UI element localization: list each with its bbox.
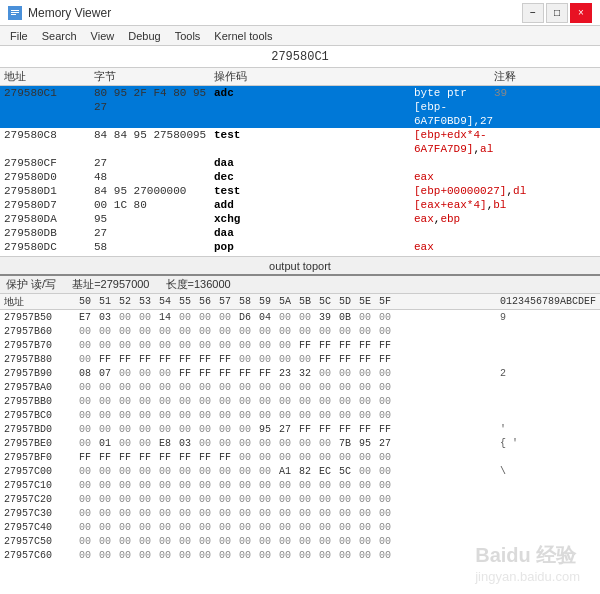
- row-bytes: 84 84 95 27580095: [94, 128, 214, 156]
- hex-byte-11-5: 00: [176, 466, 194, 477]
- col-op: 操作码: [214, 69, 414, 84]
- menu-item-file[interactable]: File: [4, 29, 34, 43]
- hex-byte-4-1: 07: [96, 368, 114, 379]
- maximize-button[interactable]: □: [546, 3, 568, 23]
- hex-byte-4-8: FF: [236, 368, 254, 379]
- hex-byte-3-6: FF: [196, 354, 214, 365]
- disasm-row[interactable]: 279580DA 95 xchg eax,ebp: [0, 212, 600, 226]
- hex-byte-15-2: 00: [116, 522, 134, 533]
- hex-row[interactable]: 27957B8000FFFFFFFFFFFFFF00000000FFFFFFFF: [0, 352, 600, 366]
- disasm-row[interactable]: 279580DB 27 daa: [0, 226, 600, 240]
- hex-row[interactable]: 27957C4000000000000000000000000000000000: [0, 520, 600, 534]
- hex-byte-6-5: 00: [176, 396, 194, 407]
- hex-byte-15-10: 00: [276, 522, 294, 533]
- hex-row[interactable]: 27957C3000000000000000000000000000000000: [0, 506, 600, 520]
- hex-byte-12-7: 00: [216, 480, 234, 491]
- hex-byte-3-11: 00: [296, 354, 314, 365]
- hex-row[interactable]: 27957C1000000000000000000000000000000000: [0, 478, 600, 492]
- hex-byte-14-0: 00: [76, 508, 94, 519]
- hex-byte-0-15: 00: [376, 312, 394, 323]
- hex-byte-13-8: 00: [236, 494, 254, 505]
- hex-byte-11-10: A1: [276, 466, 294, 477]
- hex-row[interactable]: 27957BB000000000000000000000000000000000: [0, 394, 600, 408]
- hex-byte-3-12: FF: [316, 354, 334, 365]
- hex-byte-2-8: 00: [236, 340, 254, 351]
- hex-byte-8-9: 95: [256, 424, 274, 435]
- hex-byte-0-4: 14: [156, 312, 174, 323]
- disasm-row[interactable]: 279580DD 80 95 27000000 00 adc byte ptr …: [0, 254, 600, 256]
- hex-row-addr: 27957C20: [4, 494, 76, 505]
- hex-row[interactable]: 27957BD00000000000000000009527FFFFFFFFFF…: [0, 422, 600, 436]
- hex-header-col-12: 5C: [316, 296, 334, 307]
- hex-row-addr: 27957BB0: [4, 396, 76, 407]
- hex-byte-15-6: 00: [196, 522, 214, 533]
- hex-base: 基址=27957000: [72, 277, 149, 292]
- hex-byte-15-5: 00: [176, 522, 194, 533]
- hex-col-addr: 地址: [4, 295, 76, 309]
- hex-byte-4-13: 00: [336, 368, 354, 379]
- svg-rect-1: [11, 10, 19, 11]
- hex-byte-8-11: FF: [296, 424, 314, 435]
- menu-item-debug[interactable]: Debug: [122, 29, 166, 43]
- menu-item-kernel tools[interactable]: Kernel tools: [208, 29, 278, 43]
- hex-row[interactable]: 27957BE000010000E803000000000000007B9527…: [0, 436, 600, 450]
- hex-byte-12-5: 00: [176, 480, 194, 491]
- hex-byte-11-4: 00: [156, 466, 174, 477]
- minimize-button[interactable]: −: [522, 3, 544, 23]
- hex-row[interactable]: 27957B50E703000014000000D6040000390B0000…: [0, 310, 600, 324]
- hex-row[interactable]: 27957B900807000000FFFFFFFFFF233200000000…: [0, 366, 600, 380]
- hex-byte-15-13: 00: [336, 522, 354, 533]
- hex-byte-1-9: 00: [256, 326, 274, 337]
- hex-byte-13-11: 00: [296, 494, 314, 505]
- hex-byte-5-0: 00: [76, 382, 94, 393]
- hex-row[interactable]: 27957BC000000000000000000000000000000000: [0, 408, 600, 422]
- disasm-row[interactable]: 279580C8 84 84 95 27580095 test [ebp+edx…: [0, 128, 600, 156]
- hex-byte-17-13: 00: [336, 550, 354, 561]
- hex-byte-2-13: FF: [336, 340, 354, 351]
- row-args: eax: [414, 240, 494, 254]
- hex-row[interactable]: 27957B700000000000000000000000FFFFFFFFFF: [0, 338, 600, 352]
- hex-row[interactable]: 27957B6000000000000000000000000000000000: [0, 324, 600, 338]
- hex-row-bytes: 00010000E803000000000000007B9527: [76, 438, 496, 449]
- disasm-row[interactable]: 279580DC 58 pop eax: [0, 240, 600, 254]
- hex-body[interactable]: 27957B50E703000014000000D6040000390B0000…: [0, 310, 600, 594]
- menu-item-tools[interactable]: Tools: [169, 29, 207, 43]
- hex-row-bytes: 0807000000FFFFFFFFFF233200000000: [76, 368, 496, 379]
- hex-byte-2-3: 00: [136, 340, 154, 351]
- hex-row[interactable]: 27957C5000000000000000000000000000000000: [0, 534, 600, 548]
- row-op: pop: [214, 240, 414, 254]
- hex-header-col-13: 5D: [336, 296, 354, 307]
- hex-byte-17-8: 00: [236, 550, 254, 561]
- disasm-row[interactable]: 279580D7 00 1C 80 add [eax+eax*4],bl: [0, 198, 600, 212]
- hex-byte-17-3: 00: [136, 550, 154, 561]
- close-button[interactable]: ×: [570, 3, 592, 23]
- hex-byte-13-2: 00: [116, 494, 134, 505]
- disasm-row[interactable]: 279580CF 27 daa: [0, 156, 600, 170]
- svg-rect-3: [11, 14, 16, 15]
- hex-row[interactable]: 27957C2000000000000000000000000000000000: [0, 492, 600, 506]
- hex-byte-5-14: 00: [356, 382, 374, 393]
- app-icon: [8, 6, 22, 20]
- hex-row[interactable]: 27957BA000000000000000000000000000000000: [0, 380, 600, 394]
- hex-byte-11-14: 00: [356, 466, 374, 477]
- disasm-row[interactable]: 279580D0 48 dec eax: [0, 170, 600, 184]
- hex-row[interactable]: 27957BF0FFFFFFFFFFFFFFFF0000000000000000: [0, 450, 600, 464]
- menu-item-search[interactable]: Search: [36, 29, 83, 43]
- hex-byte-3-4: FF: [156, 354, 174, 365]
- hex-row[interactable]: 27957C0000000000000000000000A182EC5C0000…: [0, 464, 600, 478]
- hex-byte-11-0: 00: [76, 466, 94, 477]
- disasm-body[interactable]: 279580C1 80 95 2F F4 80 95 27 adc byte p…: [0, 86, 600, 256]
- hex-byte-2-2: 00: [116, 340, 134, 351]
- hex-byte-16-4: 00: [156, 536, 174, 547]
- disasm-pane: 地址 字节 操作码 注释 279580C1 80 95 2F F4 80 95 …: [0, 68, 600, 276]
- disasm-row[interactable]: 279580D1 84 95 27000000 test [ebp+000000…: [0, 184, 600, 198]
- hex-byte-11-9: 00: [256, 466, 274, 477]
- hex-row-ascii: 2: [496, 368, 596, 379]
- hex-byte-8-0: 00: [76, 424, 94, 435]
- title-bar-left: Memory Viewer: [8, 6, 111, 20]
- hex-byte-13-13: 00: [336, 494, 354, 505]
- menu-item-view[interactable]: View: [85, 29, 121, 43]
- hex-row[interactable]: 27957C6000000000000000000000000000000000: [0, 548, 600, 562]
- hex-byte-10-8: 00: [236, 452, 254, 463]
- disasm-row[interactable]: 279580C1 80 95 2F F4 80 95 27 adc byte p…: [0, 86, 600, 128]
